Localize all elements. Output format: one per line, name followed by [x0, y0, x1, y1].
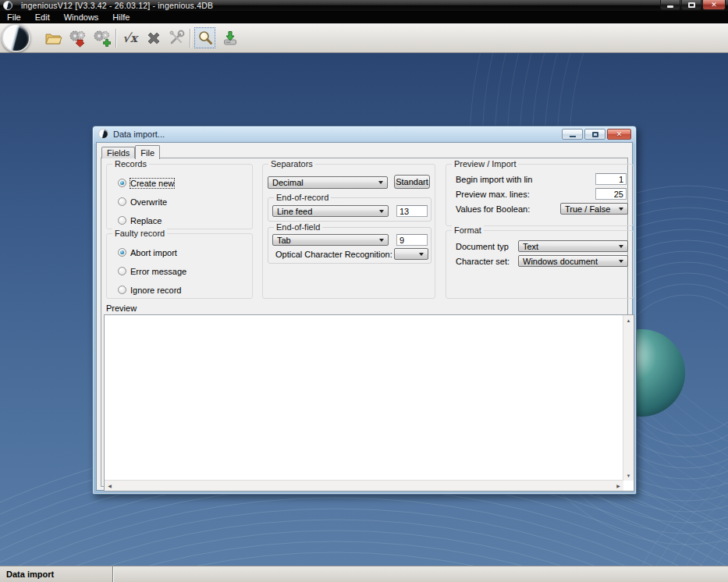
maximize-button[interactable] — [681, 0, 701, 10]
end-of-field-combo[interactable]: Tab — [272, 234, 389, 246]
dialog-minimize-button[interactable] — [562, 129, 583, 140]
dialog-icon — [98, 129, 108, 139]
tools-button[interactable] — [165, 27, 186, 48]
chevron-down-icon — [419, 253, 424, 256]
maximize-icon — [592, 132, 598, 137]
zoom-magnifier-icon — [197, 30, 214, 47]
preview-max-lines-field[interactable] — [595, 188, 627, 200]
radio-label: Abort import — [130, 248, 177, 257]
end-of-record-code-field[interactable] — [396, 205, 428, 217]
formula-sqrt-icon: √x — [123, 31, 137, 45]
scroll-up-icon[interactable]: ▲ — [623, 315, 634, 325]
status-panel: Data import — [0, 566, 113, 582]
radio-button[interactable] — [118, 267, 126, 275]
dialog-title: Data import... — [113, 130, 165, 139]
tabstrip: Fields File — [101, 145, 160, 158]
faulty-record-group: Faulty record Abort import Error message… — [106, 233, 253, 299]
chevron-down-icon — [619, 245, 623, 248]
boolean-values-combo[interactable]: True / False — [560, 203, 628, 215]
dialog-titlebar[interactable]: Data import... ✕ — [93, 126, 636, 142]
combo-value: Windows document — [519, 257, 619, 266]
preview-max-lines-label: Preview max. lines: — [456, 190, 588, 199]
delete-button[interactable] — [143, 27, 164, 48]
tab-fields[interactable]: Fields — [101, 147, 135, 158]
radio-abort-import[interactable]: Abort import — [118, 247, 177, 257]
document-type-combo[interactable]: Text — [518, 240, 628, 252]
end-of-field-code-field[interactable] — [396, 234, 428, 246]
application-window: ingeniousV12 [V3.3.42 - 26.03.12] - inge… — [0, 0, 728, 582]
app-logo-icon — [3, 1, 12, 10]
scroll-right-icon[interactable]: ▶ — [613, 481, 623, 491]
radio-button[interactable] — [118, 197, 126, 206]
decimal-combo[interactable]: Decimal — [268, 176, 388, 189]
toolbar-separator — [190, 29, 190, 48]
tabpage-file: Records Create new Overwrite Replace — [101, 158, 628, 487]
horizontal-scrollbar[interactable]: ◀ ▶ — [105, 480, 623, 491]
scroll-left-icon[interactable]: ◀ — [105, 481, 115, 491]
main-titlebar: ingeniousV12 [V3.3.42 - 26.03.12] - inge… — [0, 0, 728, 11]
combo-value: Tab — [273, 236, 379, 245]
menubar: File Edit Windows Hilfe — [0, 11, 728, 23]
toolbar: √x — [0, 23, 728, 53]
import-drive-icon — [221, 29, 240, 48]
dialog-maximize-button[interactable] — [584, 129, 605, 140]
radio-button[interactable] — [118, 286, 126, 294]
open-folder-button[interactable] — [42, 27, 63, 48]
radio-ignore-record[interactable]: Ignore record — [118, 285, 181, 295]
preview-import-group-label: Preview / Import — [452, 159, 518, 169]
radio-label: Error message — [130, 267, 186, 276]
ocr-combo[interactable] — [394, 248, 428, 260]
records-group-label: Records — [112, 159, 149, 169]
dialog-close-button[interactable]: ✕ — [607, 129, 631, 140]
faulty-group-label: Faulty record — [112, 229, 167, 238]
data-import-dialog: Data import... ✕ Fields File Records — [92, 126, 637, 495]
radio-replace[interactable]: Replace — [118, 215, 162, 225]
radio-create-new[interactable]: Create new — [118, 178, 174, 188]
close-button[interactable]: ✕ — [702, 0, 726, 10]
begin-import-label: Begin import with lin — [456, 175, 588, 184]
separators-group-label: Separators — [268, 159, 315, 169]
standart-button[interactable]: Standart — [394, 175, 430, 189]
chevron-down-icon — [378, 181, 383, 184]
end-of-field-group: End-of-field Tab Optical Character Recog… — [268, 227, 431, 264]
radio-button[interactable] — [118, 179, 126, 187]
minimize-icon — [570, 136, 576, 137]
add-records-button[interactable] — [91, 27, 112, 48]
minimize-icon — [667, 5, 673, 8]
radio-label: Ignore record — [130, 286, 181, 295]
menu-edit[interactable]: Edit — [28, 12, 57, 22]
tab-file[interactable]: File — [135, 145, 160, 159]
gears-export-red-icon — [68, 29, 87, 48]
separators-group: Separators Decimal Standart End-of-recor… — [262, 164, 435, 299]
statusbar: Data import — [0, 566, 728, 582]
menu-file[interactable]: File — [0, 12, 28, 22]
gears-add-green-icon — [92, 29, 111, 48]
character-set-label: Character set: — [456, 257, 517, 266]
combo-value: Text — [519, 242, 619, 251]
character-set-combo[interactable]: Windows document — [518, 255, 628, 267]
radio-label: Create new — [130, 179, 174, 188]
preview-area[interactable]: ▲ ▼ ◀ ▶ — [104, 314, 634, 492]
end-of-field-label: End-of-field — [274, 222, 322, 232]
scroll-down-icon[interactable]: ▼ — [623, 470, 634, 481]
preview-import-group: Preview / Import Begin import with lin P… — [446, 164, 634, 226]
radio-button[interactable] — [118, 248, 126, 257]
zoom-button[interactable] — [194, 27, 215, 48]
end-of-record-combo[interactable]: Line feed — [272, 205, 389, 217]
radio-error-message[interactable]: Error message — [118, 266, 186, 276]
values-for-boolean-label: Values for Boolean: — [456, 204, 561, 214]
open-folder-icon — [44, 29, 62, 48]
radio-overwrite[interactable]: Overwrite — [118, 197, 167, 207]
vertical-scrollbar[interactable]: ▲ ▼ — [623, 315, 634, 481]
menu-windows[interactable]: Windows — [57, 12, 106, 22]
maximize-icon — [688, 2, 695, 8]
export-records-button[interactable] — [66, 27, 87, 48]
chevron-down-icon — [619, 260, 623, 263]
import-button[interactable] — [219, 27, 240, 48]
begin-import-field[interactable] — [595, 173, 627, 185]
menu-hilfe[interactable]: Hilfe — [105, 12, 137, 22]
radio-button[interactable] — [118, 216, 126, 225]
minimize-button[interactable] — [660, 0, 680, 10]
end-of-record-label: End-of-record — [274, 193, 331, 202]
formula-button[interactable]: √x — [119, 27, 140, 48]
